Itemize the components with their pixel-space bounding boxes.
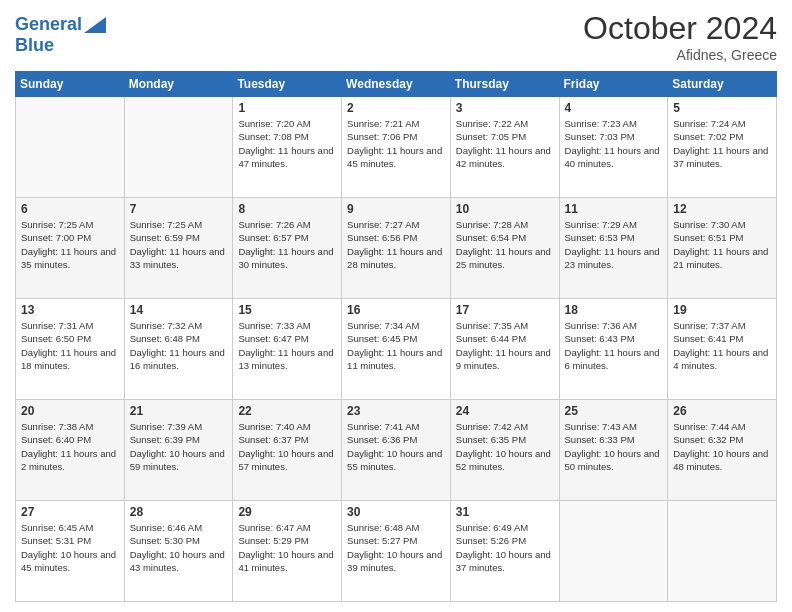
calendar-cell: 5Sunrise: 7:24 AM Sunset: 7:02 PM Daylig… xyxy=(668,97,777,198)
day-number: 2 xyxy=(347,101,445,115)
calendar-cell: 7Sunrise: 7:25 AM Sunset: 6:59 PM Daylig… xyxy=(124,198,233,299)
day-number: 25 xyxy=(565,404,663,418)
day-number: 10 xyxy=(456,202,554,216)
calendar-cell: 21Sunrise: 7:39 AM Sunset: 6:39 PM Dayli… xyxy=(124,400,233,501)
day-number: 12 xyxy=(673,202,771,216)
day-number: 4 xyxy=(565,101,663,115)
day-number: 9 xyxy=(347,202,445,216)
calendar-cell: 11Sunrise: 7:29 AM Sunset: 6:53 PM Dayli… xyxy=(559,198,668,299)
day-number: 18 xyxy=(565,303,663,317)
day-info: Sunrise: 7:41 AM Sunset: 6:36 PM Dayligh… xyxy=(347,420,445,473)
calendar-row-4: 27Sunrise: 6:45 AM Sunset: 5:31 PM Dayli… xyxy=(16,501,777,602)
day-info: Sunrise: 6:47 AM Sunset: 5:29 PM Dayligh… xyxy=(238,521,336,574)
calendar-cell: 19Sunrise: 7:37 AM Sunset: 6:41 PM Dayli… xyxy=(668,299,777,400)
col-thursday: Thursday xyxy=(450,72,559,97)
calendar-cell: 6Sunrise: 7:25 AM Sunset: 7:00 PM Daylig… xyxy=(16,198,125,299)
calendar-cell: 27Sunrise: 6:45 AM Sunset: 5:31 PM Dayli… xyxy=(16,501,125,602)
logo-icon xyxy=(84,14,106,36)
day-info: Sunrise: 6:45 AM Sunset: 5:31 PM Dayligh… xyxy=(21,521,119,574)
day-number: 8 xyxy=(238,202,336,216)
calendar-cell: 9Sunrise: 7:27 AM Sunset: 6:56 PM Daylig… xyxy=(342,198,451,299)
day-number: 22 xyxy=(238,404,336,418)
day-number: 23 xyxy=(347,404,445,418)
col-saturday: Saturday xyxy=(668,72,777,97)
day-info: Sunrise: 7:27 AM Sunset: 6:56 PM Dayligh… xyxy=(347,218,445,271)
col-monday: Monday xyxy=(124,72,233,97)
calendar-cell: 18Sunrise: 7:36 AM Sunset: 6:43 PM Dayli… xyxy=(559,299,668,400)
day-info: Sunrise: 7:34 AM Sunset: 6:45 PM Dayligh… xyxy=(347,319,445,372)
header: General Blue October 2024 Afidnes, Greec… xyxy=(15,10,777,63)
calendar-cell xyxy=(124,97,233,198)
day-info: Sunrise: 7:37 AM Sunset: 6:41 PM Dayligh… xyxy=(673,319,771,372)
day-info: Sunrise: 6:48 AM Sunset: 5:27 PM Dayligh… xyxy=(347,521,445,574)
day-info: Sunrise: 7:24 AM Sunset: 7:02 PM Dayligh… xyxy=(673,117,771,170)
calendar-row-2: 13Sunrise: 7:31 AM Sunset: 6:50 PM Dayli… xyxy=(16,299,777,400)
col-tuesday: Tuesday xyxy=(233,72,342,97)
calendar-row-1: 6Sunrise: 7:25 AM Sunset: 7:00 PM Daylig… xyxy=(16,198,777,299)
day-number: 7 xyxy=(130,202,228,216)
col-wednesday: Wednesday xyxy=(342,72,451,97)
day-number: 28 xyxy=(130,505,228,519)
calendar-cell: 1Sunrise: 7:20 AM Sunset: 7:08 PM Daylig… xyxy=(233,97,342,198)
page: General Blue October 2024 Afidnes, Greec… xyxy=(0,0,792,612)
calendar-cell xyxy=(559,501,668,602)
day-number: 19 xyxy=(673,303,771,317)
day-info: Sunrise: 7:23 AM Sunset: 7:03 PM Dayligh… xyxy=(565,117,663,170)
day-info: Sunrise: 7:30 AM Sunset: 6:51 PM Dayligh… xyxy=(673,218,771,271)
calendar-cell: 2Sunrise: 7:21 AM Sunset: 7:06 PM Daylig… xyxy=(342,97,451,198)
calendar-cell: 31Sunrise: 6:49 AM Sunset: 5:26 PM Dayli… xyxy=(450,501,559,602)
day-number: 3 xyxy=(456,101,554,115)
header-row: Sunday Monday Tuesday Wednesday Thursday… xyxy=(16,72,777,97)
location: Afidnes, Greece xyxy=(583,47,777,63)
day-info: Sunrise: 7:44 AM Sunset: 6:32 PM Dayligh… xyxy=(673,420,771,473)
day-number: 17 xyxy=(456,303,554,317)
day-number: 6 xyxy=(21,202,119,216)
calendar-cell: 3Sunrise: 7:22 AM Sunset: 7:05 PM Daylig… xyxy=(450,97,559,198)
svg-marker-0 xyxy=(84,17,106,33)
day-number: 31 xyxy=(456,505,554,519)
calendar-cell: 4Sunrise: 7:23 AM Sunset: 7:03 PM Daylig… xyxy=(559,97,668,198)
calendar-cell: 20Sunrise: 7:38 AM Sunset: 6:40 PM Dayli… xyxy=(16,400,125,501)
calendar-cell: 10Sunrise: 7:28 AM Sunset: 6:54 PM Dayli… xyxy=(450,198,559,299)
calendar-cell: 24Sunrise: 7:42 AM Sunset: 6:35 PM Dayli… xyxy=(450,400,559,501)
month-title: October 2024 xyxy=(583,10,777,47)
logo-text: General xyxy=(15,15,82,35)
day-number: 26 xyxy=(673,404,771,418)
day-number: 27 xyxy=(21,505,119,519)
calendar-cell: 16Sunrise: 7:34 AM Sunset: 6:45 PM Dayli… xyxy=(342,299,451,400)
calendar-cell: 25Sunrise: 7:43 AM Sunset: 6:33 PM Dayli… xyxy=(559,400,668,501)
day-info: Sunrise: 7:31 AM Sunset: 6:50 PM Dayligh… xyxy=(21,319,119,372)
day-number: 24 xyxy=(456,404,554,418)
calendar-cell xyxy=(668,501,777,602)
calendar-cell: 29Sunrise: 6:47 AM Sunset: 5:29 PM Dayli… xyxy=(233,501,342,602)
day-info: Sunrise: 7:21 AM Sunset: 7:06 PM Dayligh… xyxy=(347,117,445,170)
day-info: Sunrise: 7:32 AM Sunset: 6:48 PM Dayligh… xyxy=(130,319,228,372)
day-info: Sunrise: 6:46 AM Sunset: 5:30 PM Dayligh… xyxy=(130,521,228,574)
day-info: Sunrise: 7:39 AM Sunset: 6:39 PM Dayligh… xyxy=(130,420,228,473)
day-info: Sunrise: 7:36 AM Sunset: 6:43 PM Dayligh… xyxy=(565,319,663,372)
logo-general: General xyxy=(15,14,82,34)
day-number: 29 xyxy=(238,505,336,519)
day-info: Sunrise: 7:35 AM Sunset: 6:44 PM Dayligh… xyxy=(456,319,554,372)
calendar-row-0: 1Sunrise: 7:20 AM Sunset: 7:08 PM Daylig… xyxy=(16,97,777,198)
calendar-cell: 8Sunrise: 7:26 AM Sunset: 6:57 PM Daylig… xyxy=(233,198,342,299)
logo: General Blue xyxy=(15,14,106,56)
day-info: Sunrise: 7:26 AM Sunset: 6:57 PM Dayligh… xyxy=(238,218,336,271)
calendar-cell: 13Sunrise: 7:31 AM Sunset: 6:50 PM Dayli… xyxy=(16,299,125,400)
day-number: 30 xyxy=(347,505,445,519)
logo-blue: Blue xyxy=(15,35,54,55)
day-info: Sunrise: 7:29 AM Sunset: 6:53 PM Dayligh… xyxy=(565,218,663,271)
col-sunday: Sunday xyxy=(16,72,125,97)
calendar-cell: 17Sunrise: 7:35 AM Sunset: 6:44 PM Dayli… xyxy=(450,299,559,400)
day-info: Sunrise: 7:43 AM Sunset: 6:33 PM Dayligh… xyxy=(565,420,663,473)
day-number: 14 xyxy=(130,303,228,317)
day-info: Sunrise: 7:38 AM Sunset: 6:40 PM Dayligh… xyxy=(21,420,119,473)
day-number: 20 xyxy=(21,404,119,418)
calendar-cell: 28Sunrise: 6:46 AM Sunset: 5:30 PM Dayli… xyxy=(124,501,233,602)
calendar-cell xyxy=(16,97,125,198)
calendar-cell: 22Sunrise: 7:40 AM Sunset: 6:37 PM Dayli… xyxy=(233,400,342,501)
day-number: 15 xyxy=(238,303,336,317)
day-info: Sunrise: 7:25 AM Sunset: 6:59 PM Dayligh… xyxy=(130,218,228,271)
day-info: Sunrise: 7:25 AM Sunset: 7:00 PM Dayligh… xyxy=(21,218,119,271)
day-info: Sunrise: 7:28 AM Sunset: 6:54 PM Dayligh… xyxy=(456,218,554,271)
